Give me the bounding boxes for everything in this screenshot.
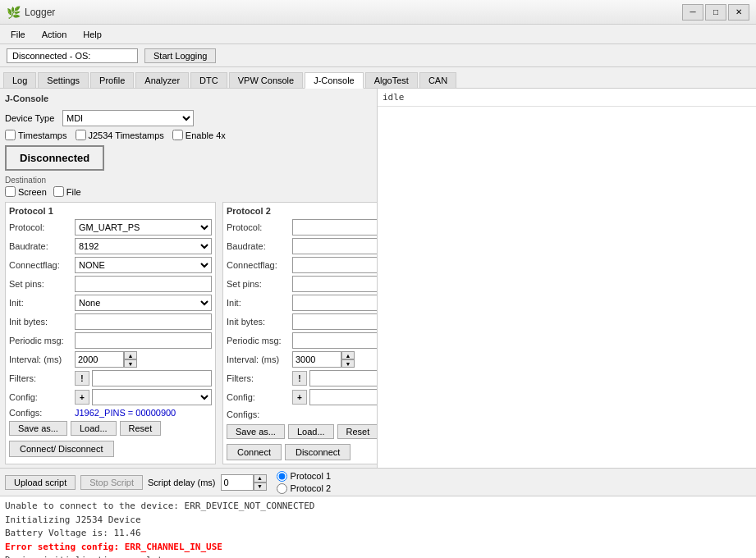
close-button[interactable]: ✕ <box>728 4 749 21</box>
protocol2-radio[interactable] <box>277 483 287 494</box>
protocol1-radio-label[interactable]: Protocol 1 <box>277 471 332 482</box>
p1-baudrate-select[interactable]: 8192 <box>75 238 212 254</box>
p1-reset-btn[interactable]: Reset <box>120 421 162 436</box>
p2-initbytes-input[interactable] <box>292 313 378 330</box>
p1-filters-btn[interactable]: ! <box>75 371 89 386</box>
p2-interval-label: Interval: (ms) <box>227 354 292 364</box>
p2-filters-btn[interactable]: ! <box>292 371 307 386</box>
p1-init-select[interactable]: None <box>75 295 212 311</box>
p1-interval-up[interactable]: ▲ <box>124 351 137 359</box>
delay-up[interactable]: ▲ <box>254 474 267 483</box>
p2-save-btn[interactable]: Save as... <box>227 424 285 439</box>
p2-config-select[interactable] <box>309 389 378 405</box>
start-logging-button[interactable]: Start Logging <box>144 48 216 63</box>
p1-interval-wrapper: ▲ ▼ <box>75 351 137 368</box>
screen-checkbox[interactable] <box>5 186 16 197</box>
p2-config-label: Config: <box>227 392 292 402</box>
p1-initbytes-input[interactable] <box>75 313 212 330</box>
tab-analyzer[interactable]: Analyzer <box>135 72 189 88</box>
connection-status: Disconnected - OS: <box>7 48 138 63</box>
p2-disconnect-btn[interactable]: Disconnect <box>285 444 351 460</box>
p2-connectflag-select[interactable] <box>292 257 378 273</box>
tab-profile[interactable]: Profile <box>90 72 134 88</box>
stop-script-btn[interactable]: Stop Script <box>80 475 143 490</box>
timestamps-checkbox[interactable] <box>5 130 16 140</box>
tab-settings[interactable]: Settings <box>38 72 89 88</box>
p1-configs-link[interactable]: J1962_PINS = 00000900 <box>75 408 176 418</box>
device-type-select[interactable]: MDI <box>62 110 194 126</box>
p2-interval-up[interactable]: ▲ <box>341 351 355 359</box>
p1-init-label: Init: <box>9 298 75 308</box>
protocol-radio-group: Protocol 1 Protocol 2 <box>277 471 332 494</box>
tab-vpw-console[interactable]: VPW Console <box>229 72 303 88</box>
p2-init-select[interactable] <box>292 295 378 311</box>
j2534-checkbox[interactable] <box>76 130 86 140</box>
p2-setpins-label: Set pins: <box>227 279 292 289</box>
log-line: Initializing J2534 Device <box>5 514 751 528</box>
p1-config-add-btn[interactable]: + <box>75 390 89 405</box>
p2-load-btn[interactable]: Load... <box>288 424 334 439</box>
script-delay-input[interactable] <box>221 474 254 491</box>
p1-connectflag-select[interactable]: NONE <box>75 257 212 273</box>
menu-help[interactable]: Help <box>76 27 109 42</box>
tab-can[interactable]: CAN <box>419 72 456 88</box>
protocol1-radio[interactable] <box>277 471 287 482</box>
p1-protocol-label: Protocol: <box>9 222 75 232</box>
tab-algotest[interactable]: AlgoTest <box>365 72 418 88</box>
p1-interval-down[interactable]: ▼ <box>124 359 137 368</box>
j2534-checkbox-label[interactable]: J2534 Timestamps <box>76 130 164 140</box>
p2-reset-btn[interactable]: Reset <box>337 424 378 439</box>
enable4x-checkbox-label[interactable]: Enable 4x <box>172 130 226 140</box>
p2-protocol-row: Protocol: <box>227 219 378 236</box>
delay-down[interactable]: ▼ <box>254 483 267 491</box>
p1-save-btn[interactable]: Save as... <box>9 421 67 436</box>
p1-configs-row: Configs: J1962_PINS = 00000900 <box>9 408 212 418</box>
tab-j-console[interactable]: J-Console <box>305 72 364 89</box>
script-delay-label: Script delay (ms) <box>148 478 216 487</box>
j-console-panel: J-Console Device Type MDI Timestamps J25… <box>0 89 378 468</box>
p2-setpins-input[interactable] <box>292 276 378 292</box>
p2-filters-input[interactable] <box>309 370 378 386</box>
file-checkbox-label[interactable]: File <box>53 186 81 197</box>
upload-script-btn[interactable]: Upload script <box>5 475 76 490</box>
p2-interval-input[interactable] <box>292 351 341 368</box>
p1-setpins-input[interactable] <box>75 276 212 292</box>
p1-periodic-row: Periodic msg: <box>9 332 212 349</box>
delay-input-wrapper: ▲ ▼ <box>221 474 267 491</box>
p2-init-row: Init: <box>227 295 378 311</box>
p1-setpins-row: Set pins: <box>9 276 212 292</box>
p2-connect-btn[interactable]: Connect <box>227 444 282 460</box>
p2-periodic-input[interactable] <box>292 332 378 349</box>
p1-periodic-input[interactable] <box>75 332 212 349</box>
p2-interval-down[interactable]: ▼ <box>341 359 355 368</box>
log-panel: Unable to connect to the device: ERR_DEV… <box>0 496 756 558</box>
tab-log[interactable]: Log <box>3 72 36 88</box>
log-line: Device initialization complete. <box>5 554 751 558</box>
p1-interval-input[interactable] <box>75 351 124 368</box>
log-line: Battery Voltage is: 11.46 <box>5 527 751 541</box>
enable4x-checkbox[interactable] <box>172 130 183 140</box>
p1-connect-disconnect-btn[interactable]: Connect/ Disconnect <box>9 441 114 457</box>
main-area: J-Console Device Type MDI Timestamps J25… <box>0 89 756 468</box>
p2-configs-label: Configs: <box>227 409 292 419</box>
maximize-button[interactable]: □ <box>705 4 726 21</box>
p2-baudrate-row: Baudrate: <box>227 238 378 254</box>
tab-dtc[interactable]: DTC <box>190 72 227 88</box>
p1-load-btn[interactable]: Load... <box>71 421 117 436</box>
p2-baudrate-select[interactable] <box>292 238 378 254</box>
p2-config-add-btn[interactable]: + <box>292 390 307 405</box>
menu-action[interactable]: Action <box>34 27 75 42</box>
p1-protocol-select[interactable]: GM_UART_PS <box>75 219 212 236</box>
p2-protocol-select[interactable] <box>292 219 378 236</box>
disconnected-button[interactable]: Disconnected <box>5 145 104 171</box>
minimize-button[interactable]: ─ <box>682 4 703 21</box>
protocol2-radio-label[interactable]: Protocol 2 <box>277 483 332 494</box>
idle-text: idle <box>378 89 756 107</box>
timestamps-checkbox-label[interactable]: Timestamps <box>5 130 67 140</box>
menu-file[interactable]: File <box>3 27 33 42</box>
p1-config-select[interactable] <box>92 389 212 405</box>
screen-checkbox-label[interactable]: Screen <box>5 186 47 197</box>
file-checkbox[interactable] <box>53 186 64 197</box>
p1-filters-input[interactable] <box>92 370 212 386</box>
p1-config-label: Config: <box>9 392 75 402</box>
